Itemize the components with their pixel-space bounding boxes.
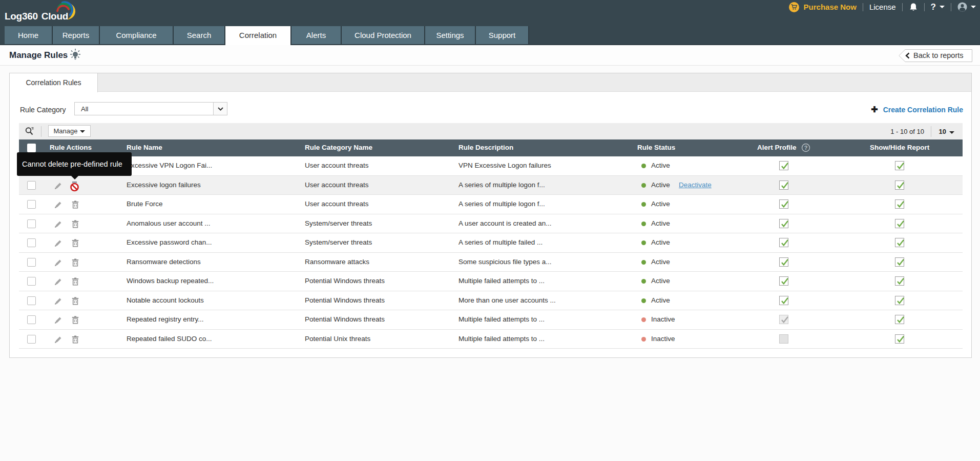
svg-text:?: ? [804,145,808,151]
